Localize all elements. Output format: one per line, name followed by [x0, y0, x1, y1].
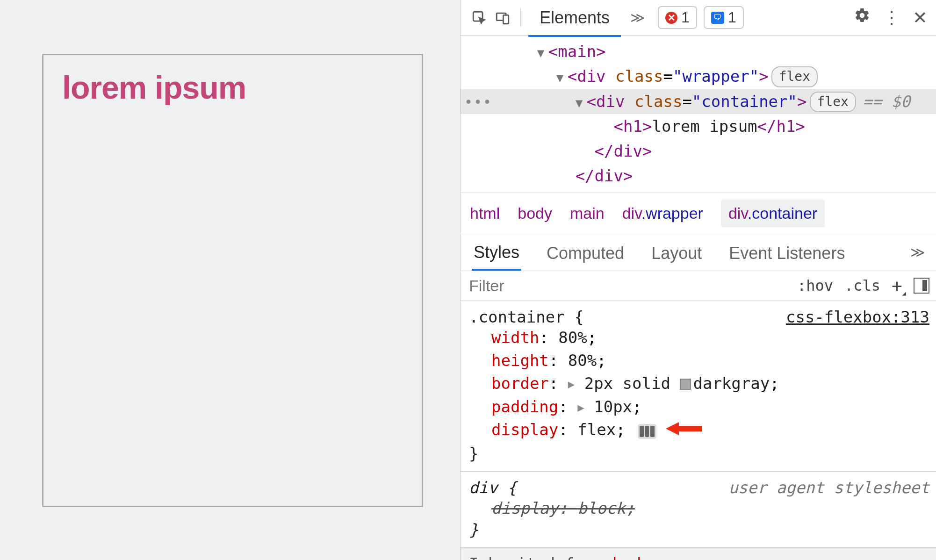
- kebab-icon[interactable]: ⋮: [883, 7, 900, 28]
- color-swatch-icon[interactable]: [680, 379, 691, 390]
- tab-elements[interactable]: Elements: [528, 0, 621, 37]
- container-element: lorem ipsum: [42, 54, 423, 507]
- more-tabs-icon[interactable]: ≫: [624, 9, 651, 26]
- message-count: 1: [728, 9, 736, 26]
- flex-badge[interactable]: flex: [810, 92, 856, 113]
- dom-close-wrapper[interactable]: </div>: [461, 164, 936, 188]
- dom-node-wrapper[interactable]: ▼<div class="wrapper">flex: [461, 64, 936, 89]
- ua-stylesheet-label: user agent stylesheet: [728, 478, 929, 497]
- breadcrumb-container[interactable]: div.container: [721, 200, 825, 227]
- styles-pane: .container { css-flexbox:313 width: 80%;…: [461, 301, 936, 560]
- breadcrumb-html[interactable]: html: [470, 204, 500, 223]
- styles-filter-input[interactable]: [461, 277, 797, 295]
- inherited-from-row: Inherited from body: [461, 548, 936, 560]
- flexbox-editor-icon[interactable]: [638, 424, 656, 439]
- breadcrumb-main[interactable]: main: [570, 204, 605, 223]
- tab-styles[interactable]: Styles: [472, 234, 521, 271]
- dom-close-container[interactable]: </div>: [461, 139, 936, 164]
- svg-marker-3: [666, 422, 702, 435]
- hov-toggle[interactable]: :hov: [797, 277, 833, 294]
- styles-subtabs: Styles Computed Layout Event Listeners ≫: [461, 234, 936, 271]
- error-count: 1: [681, 9, 690, 26]
- page-preview: lorem ipsum: [0, 0, 460, 560]
- svg-rect-2: [503, 15, 508, 23]
- css-rule-container[interactable]: .container { css-flexbox:313 width: 80%;…: [461, 301, 936, 472]
- devtools-panel: Elements ≫ ✕ 1 🗨 1 ⋮ ✕ ▼<main>: [460, 0, 936, 560]
- dom-node-container-selected[interactable]: ••• ▼<div class="container">flex== $0: [461, 89, 936, 114]
- flex-badge[interactable]: flex: [771, 66, 818, 87]
- close-icon[interactable]: ✕: [913, 7, 928, 28]
- breadcrumb: html body main div.wrapper div.container: [461, 193, 936, 234]
- toggle-sidebar-icon[interactable]: [914, 278, 929, 294]
- device-toggle-icon[interactable]: [492, 7, 513, 28]
- dom-node-h1[interactable]: <h1>lorem ipsum</h1>: [461, 114, 936, 139]
- tab-layout[interactable]: Layout: [649, 235, 704, 270]
- error-badge[interactable]: ✕ 1: [658, 6, 697, 29]
- source-link[interactable]: css-flexbox:313: [786, 308, 929, 326]
- dom-tree[interactable]: ▼<main> ▼<div class="wrapper">flex ••• ▼…: [461, 36, 936, 193]
- breadcrumb-body[interactable]: body: [518, 204, 552, 223]
- breadcrumb-wrapper[interactable]: div.wrapper: [622, 204, 703, 223]
- css-rule-div-ua[interactable]: div { user agent stylesheet display: blo…: [461, 472, 936, 547]
- message-icon: 🗨: [711, 12, 724, 24]
- arrow-annotation-icon: [666, 419, 702, 444]
- tab-event-listeners[interactable]: Event Listeners: [727, 235, 847, 270]
- inspect-icon[interactable]: [469, 7, 490, 28]
- more-subtabs-icon[interactable]: ≫: [910, 244, 925, 260]
- heading-lorem: lorem ipsum: [62, 69, 403, 106]
- tab-computed[interactable]: Computed: [545, 235, 626, 270]
- error-icon: ✕: [665, 12, 677, 24]
- new-style-rule-button[interactable]: +◢: [892, 275, 902, 296]
- devtools-toolbar: Elements ≫ ✕ 1 🗨 1 ⋮ ✕: [461, 0, 936, 36]
- styles-filter-row: :hov .cls +◢: [461, 271, 936, 301]
- dom-node-main[interactable]: ▼<main>: [461, 39, 936, 64]
- message-badge[interactable]: 🗨 1: [704, 6, 744, 29]
- cls-toggle[interactable]: .cls: [844, 277, 880, 294]
- gear-icon[interactable]: [854, 7, 871, 28]
